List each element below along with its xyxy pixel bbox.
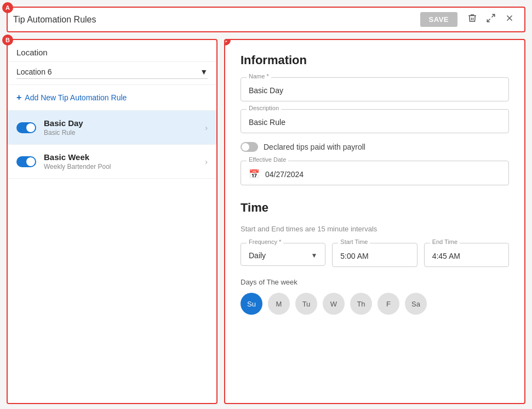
declared-tips-row: Declared tips paid with payroll	[241, 142, 509, 152]
day-btn-tu[interactable]: Tu	[295, 293, 317, 315]
effective-date-group: Effective Date 📅 04/27/2024	[241, 161, 509, 185]
time-fields-row: Frequency * Daily ▼ Start Time 5:0	[241, 243, 509, 267]
time-title: Time	[241, 201, 509, 215]
add-new-rule-button[interactable]: + Add New Tip Automation Rule	[8, 85, 216, 111]
right-panel: C Information Name * Description Declare…	[224, 39, 525, 404]
save-button[interactable]: SAVE	[420, 12, 457, 27]
day-btn-m[interactable]: M	[268, 293, 290, 315]
information-title: Information	[241, 53, 509, 67]
frequency-value: Daily	[249, 251, 266, 260]
left-panel: B Location Location 6 ▼ + Add New Tip Au…	[7, 39, 218, 404]
days-row: Su M Tu W Th F Sa	[241, 293, 509, 315]
location-select-wrapper[interactable]: Location 6 ▼	[16, 67, 208, 79]
end-time-label: End Time	[430, 238, 460, 245]
end-time-value: 4:45 AM	[432, 252, 460, 260]
effective-date-label: Effective Date	[247, 156, 288, 163]
section-c-label: C	[224, 39, 231, 46]
declared-tips-label: Declared tips paid with payroll	[264, 143, 365, 151]
frequency-field: Frequency * Daily ▼	[241, 243, 325, 267]
rule-sub-basic-week: Weekly Bartender Pool	[44, 163, 205, 171]
end-time-field: End Time 4:45 AM	[424, 243, 509, 267]
chevron-down-icon: ▼	[200, 67, 208, 76]
name-label: Name *	[247, 73, 271, 79]
header-bar: A Tip Automation Rules SAVE	[7, 7, 525, 32]
location-value: Location 6	[16, 67, 52, 76]
add-rule-label: Add New Tip Automation Rule	[25, 93, 127, 102]
svg-line-0	[492, 14, 495, 17]
toggle-basic-week[interactable]	[16, 156, 36, 167]
delete-button[interactable]	[463, 11, 482, 28]
day-btn-sa[interactable]: Sa	[405, 293, 427, 315]
toggle-basic-day[interactable]	[16, 122, 36, 133]
frequency-select-wrapper: Frequency * Daily ▼	[241, 243, 325, 266]
page-title: Tip Automation Rules	[13, 15, 420, 25]
start-time-value: 5:00 AM	[340, 252, 368, 260]
day-btn-w[interactable]: W	[323, 293, 345, 315]
start-time-label: Start Time	[338, 238, 370, 245]
start-time-field: Start Time 5:00 AM	[332, 243, 417, 267]
location-header: Location	[8, 40, 216, 62]
day-btn-su[interactable]: Su	[241, 293, 262, 315]
description-input[interactable]	[249, 118, 501, 127]
plus-icon: +	[16, 93, 21, 103]
frequency-chevron-icon: ▼	[311, 252, 317, 259]
section-b-label: B	[2, 35, 13, 46]
days-label: Days of The week	[241, 278, 509, 286]
start-time-wrapper: Start Time 5:00 AM	[332, 243, 417, 267]
rule-sub-basic-day: Basic Rule	[44, 129, 205, 137]
close-button[interactable]	[500, 11, 519, 28]
description-field-group: Description	[241, 109, 509, 133]
expand-button[interactable]	[482, 11, 500, 28]
chevron-right-icon-2: ›	[205, 157, 208, 166]
start-time-input[interactable]: 5:00 AM	[340, 251, 409, 261]
name-input[interactable]	[249, 86, 501, 95]
time-subtitle: Start and End times are 15 minute interv…	[241, 225, 509, 233]
end-time-wrapper: End Time 4:45 AM	[424, 243, 509, 267]
frequency-select[interactable]: Daily ▼	[249, 251, 317, 260]
day-btn-f[interactable]: F	[377, 293, 399, 315]
effective-date-value: 04/27/2024	[265, 170, 304, 179]
frequency-label: Frequency *	[247, 238, 283, 245]
declared-tips-toggle[interactable]	[241, 142, 258, 152]
days-of-week-section: Days of The week Su M Tu W Th F Sa	[241, 278, 509, 315]
svg-line-1	[487, 19, 490, 22]
rule-item-basic-week[interactable]: Basic Week Weekly Bartender Pool ›	[8, 145, 216, 179]
end-time-input[interactable]: 4:45 AM	[432, 251, 501, 261]
time-section: Time Start and End times are 15 minute i…	[241, 201, 509, 315]
description-label: Description	[247, 105, 281, 111]
rule-name-basic-day: Basic Day	[44, 118, 205, 128]
name-field-group: Name *	[241, 77, 509, 101]
day-btn-th[interactable]: Th	[350, 293, 372, 315]
rule-name-basic-week: Basic Week	[44, 152, 205, 162]
section-a-label: A	[2, 2, 13, 13]
effective-date-input[interactable]: 📅 04/27/2024	[249, 169, 501, 179]
location-select-row: Location 6 ▼	[8, 62, 216, 85]
chevron-right-icon: ›	[205, 123, 208, 132]
rule-item-basic-day[interactable]: Basic Day Basic Rule ›	[8, 111, 216, 145]
calendar-icon: 📅	[249, 169, 260, 179]
